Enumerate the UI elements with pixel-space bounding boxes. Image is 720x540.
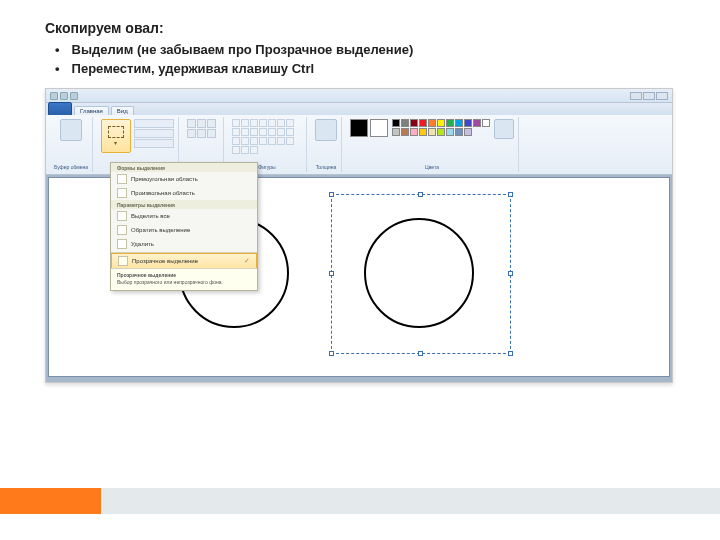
paint-screenshot: Главная Вид Буфер обмена ▾ Изображение xyxy=(45,88,673,383)
palette-swatch[interactable] xyxy=(401,119,409,127)
select-dropdown-button[interactable]: ▾ xyxy=(101,119,131,153)
paint-titlebar xyxy=(46,89,672,103)
palette-swatch[interactable] xyxy=(428,128,436,136)
chevron-down-icon: ▾ xyxy=(114,139,117,146)
menu-item-label: Прозрачное выделение xyxy=(132,258,198,264)
color-boxes[interactable] xyxy=(350,119,388,137)
rect-select-icon xyxy=(117,174,127,184)
palette-swatch[interactable] xyxy=(410,119,418,127)
group-label: Толщина xyxy=(315,164,337,170)
color-palette[interactable] xyxy=(392,119,490,136)
palette-swatch[interactable] xyxy=(410,128,418,136)
transparent-icon xyxy=(118,256,128,266)
menu-item-label: Обратить выделение xyxy=(131,227,190,233)
menu-item-invert[interactable]: Обратить выделение xyxy=(111,223,257,237)
menu-item-delete[interactable]: Удалить xyxy=(111,237,257,251)
ribbon-group-colors: Цвета xyxy=(346,117,519,172)
color1-swatch[interactable] xyxy=(350,119,368,137)
menu-item-rect-select[interactable]: Прямоугольная область xyxy=(111,172,257,186)
menu-section-header: Формы выделения xyxy=(111,163,257,172)
menu-item-label: Произвольная область xyxy=(131,190,195,196)
color2-swatch[interactable] xyxy=(370,119,388,137)
tooltip-title: Прозрачное выделение xyxy=(117,272,251,278)
select-icon xyxy=(108,126,124,138)
bullet-item: Переместим, удерживая клавишу Ctrl xyxy=(55,61,675,76)
slide-title: Скопируем овал: xyxy=(45,20,675,36)
palette-swatch[interactable] xyxy=(464,128,472,136)
menu-item-label: Прямоугольная область xyxy=(131,176,198,182)
menu-item-free-select[interactable]: Произвольная область xyxy=(111,186,257,200)
palette-swatch[interactable] xyxy=(473,119,481,127)
resize-handle[interactable] xyxy=(508,271,513,276)
ribbon-group-clipboard: Буфер обмена xyxy=(50,117,93,172)
palette-swatch[interactable] xyxy=(446,128,454,136)
group-label: Буфер обмена xyxy=(54,164,88,170)
palette-swatch[interactable] xyxy=(392,119,400,127)
menu-item-label: Удалить xyxy=(131,241,154,247)
stroke-size-button[interactable] xyxy=(315,119,337,141)
select-all-icon xyxy=(117,211,127,221)
palette-swatch[interactable] xyxy=(419,119,427,127)
selection-marquee[interactable] xyxy=(331,194,511,354)
resize-handle[interactable] xyxy=(508,192,513,197)
palette-swatch[interactable] xyxy=(428,119,436,127)
ribbon-tabs: Главная Вид xyxy=(46,103,672,115)
delete-icon xyxy=(117,239,127,249)
palette-swatch[interactable] xyxy=(455,119,463,127)
crop-button[interactable] xyxy=(134,119,174,128)
resize-handle[interactable] xyxy=(508,351,513,356)
resize-handle[interactable] xyxy=(329,271,334,276)
invert-icon xyxy=(117,225,127,235)
bullet-item: Выделим (не забываем про Прозрачное выде… xyxy=(55,42,675,57)
menu-item-select-all[interactable]: Выделить все xyxy=(111,209,257,223)
file-menu-button[interactable] xyxy=(48,102,72,116)
shapes-gallery[interactable] xyxy=(232,119,302,154)
ribbon: Буфер обмена ▾ Изображение Инструменты xyxy=(46,115,672,175)
quick-access-toolbar[interactable] xyxy=(50,92,78,100)
palette-swatch[interactable] xyxy=(392,128,400,136)
palette-swatch[interactable] xyxy=(482,119,490,127)
edit-colors-button[interactable] xyxy=(494,119,514,139)
palette-swatch[interactable] xyxy=(419,128,427,136)
tooltip: Прозрачное выделение Выбор прозрачного и… xyxy=(111,268,257,290)
resize-button[interactable] xyxy=(134,129,174,138)
resize-handle[interactable] xyxy=(418,192,423,197)
menu-item-transparent-select[interactable]: Прозрачное выделение xyxy=(111,253,257,269)
ribbon-group-size: Толщина xyxy=(311,117,342,172)
tab-home[interactable]: Главная xyxy=(74,106,109,115)
tab-view[interactable]: Вид xyxy=(111,106,134,115)
resize-handle[interactable] xyxy=(329,192,334,197)
tooltip-text: Выбор прозрачного или непрозрачного фона… xyxy=(117,279,251,285)
bullet-list: Выделим (не забываем про Прозрачное выде… xyxy=(45,42,675,76)
free-select-icon xyxy=(117,188,127,198)
menu-section-header: Параметры выделения xyxy=(111,200,257,209)
slide-accent-bar xyxy=(0,488,720,514)
palette-swatch[interactable] xyxy=(437,128,445,136)
resize-handle[interactable] xyxy=(329,351,334,356)
palette-swatch[interactable] xyxy=(446,119,454,127)
menu-item-label: Выделить все xyxy=(131,213,170,219)
window-controls[interactable] xyxy=(630,92,668,100)
palette-swatch[interactable] xyxy=(464,119,472,127)
group-label: Цвета xyxy=(350,164,514,170)
palette-swatch[interactable] xyxy=(437,119,445,127)
select-dropdown-menu: Формы выделения Прямоугольная область Пр… xyxy=(110,162,258,291)
resize-handle[interactable] xyxy=(418,351,423,356)
tools-grid[interactable] xyxy=(187,119,219,138)
palette-swatch[interactable] xyxy=(455,128,463,136)
palette-swatch[interactable] xyxy=(401,128,409,136)
paste-button[interactable] xyxy=(60,119,82,141)
rotate-button[interactable] xyxy=(134,139,174,148)
